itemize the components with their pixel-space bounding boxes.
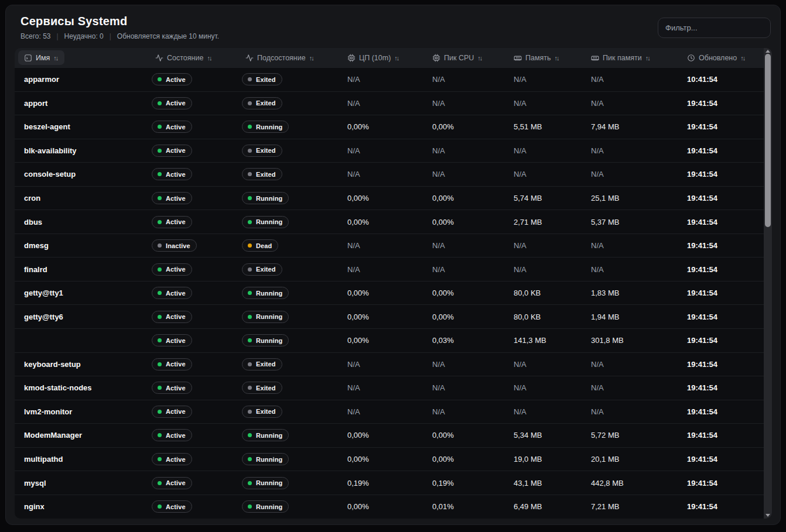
substate-badge: Exited bbox=[242, 145, 282, 157]
stats-failed: Неудачно: 0 bbox=[64, 32, 104, 40]
memory-cell: 80,0 KB bbox=[514, 289, 591, 297]
peak-cpu-cell: 0,19% bbox=[432, 479, 514, 488]
sort-icon: ↑↓ bbox=[309, 54, 315, 61]
substate-badge: Running bbox=[242, 121, 289, 133]
state-badge: Active bbox=[152, 263, 192, 276]
cpu-cell: N/A bbox=[347, 170, 432, 179]
updated-cell: 19:41:54 bbox=[687, 146, 764, 155]
state-badge: Active bbox=[152, 145, 192, 157]
status-dot bbox=[248, 220, 252, 224]
status-dot bbox=[158, 481, 162, 485]
column-header-peak-memory[interactable]: Пик памяти ↑↓ bbox=[591, 54, 687, 62]
memory-stick-icon bbox=[514, 54, 522, 62]
peak-cpu-cell: N/A bbox=[432, 407, 514, 416]
column-header-memory[interactable]: Память ↑↓ bbox=[514, 54, 591, 62]
table-row: keyboard-setup Active Exited N/A N/A N/A… bbox=[15, 352, 772, 376]
status-dot bbox=[248, 338, 252, 342]
status-dot bbox=[158, 77, 162, 81]
peak-memory-cell: N/A bbox=[591, 170, 687, 179]
memory-cell: 141,3 MB bbox=[514, 336, 591, 345]
filter-input[interactable] bbox=[658, 18, 771, 38]
service-name: mysql bbox=[15, 479, 152, 488]
peak-memory-cell: N/A bbox=[591, 360, 687, 369]
service-name: apparmor bbox=[15, 75, 152, 84]
peak-cpu-cell: 0,00% bbox=[432, 289, 514, 297]
cpu-cell: N/A bbox=[347, 146, 432, 155]
peak-memory-cell: 301,8 MB bbox=[591, 336, 687, 345]
column-header-name[interactable]: Имя ↑↓ bbox=[18, 50, 64, 65]
cpu-cell: N/A bbox=[347, 360, 432, 369]
status-dot bbox=[248, 386, 252, 390]
memory-cell: N/A bbox=[514, 383, 591, 392]
status-dot bbox=[158, 196, 162, 200]
service-name: ModemManager bbox=[15, 431, 152, 440]
peak-memory-cell: N/A bbox=[591, 265, 687, 274]
peak-memory-cell: 1,83 MB bbox=[591, 289, 687, 297]
updated-cell: 19:41:54 bbox=[687, 218, 764, 226]
column-header-state[interactable]: Состояние ↑↓ bbox=[152, 54, 242, 62]
cpu-cell: 0,19% bbox=[347, 479, 432, 488]
status-dot bbox=[248, 101, 252, 105]
substate-badge: Dead bbox=[242, 239, 278, 252]
state-badge: Active bbox=[152, 192, 192, 204]
column-header-cpu[interactable]: ЦП (10m) ↑↓ bbox=[347, 54, 432, 62]
cpu-cell: N/A bbox=[347, 241, 432, 250]
stats-divider: | bbox=[56, 32, 58, 40]
memory-cell: N/A bbox=[514, 360, 591, 369]
state-badge: Active bbox=[152, 429, 192, 441]
substate-badge: Running bbox=[242, 429, 289, 441]
table-body: apparmor Active Exited N/A N/A N/A N/A 1… bbox=[15, 67, 772, 519]
peak-memory-cell: 1,94 MB bbox=[591, 313, 687, 321]
substate-badge: Exited bbox=[242, 263, 282, 276]
sort-icon: ↑↓ bbox=[740, 54, 746, 61]
substate-badge: Exited bbox=[242, 406, 282, 418]
column-header-peak-cpu[interactable]: Пик CPU ↑↓ bbox=[432, 54, 514, 62]
status-dot bbox=[248, 362, 252, 366]
memory-cell: N/A bbox=[514, 170, 591, 179]
memory-cell: 5,74 MB bbox=[514, 194, 591, 202]
peak-cpu-cell: 0,00% bbox=[432, 218, 514, 226]
updated-cell: 19:41:54 bbox=[687, 289, 764, 297]
title-block: Сервисы Systemd Всего: 53 | Неудачно: 0 … bbox=[20, 15, 219, 40]
table-row: multipathd Active Running 0,00% 0,00% 19… bbox=[15, 447, 772, 471]
clock-icon bbox=[687, 54, 695, 62]
sort-icon: ↑↓ bbox=[477, 54, 483, 61]
peak-memory-cell: 442,8 MB bbox=[591, 479, 687, 488]
cpu-cell: 0,00% bbox=[347, 194, 432, 202]
updated-cell: 19:41:54 bbox=[687, 122, 764, 131]
column-header-substate[interactable]: Подсостояние ↑↓ bbox=[242, 54, 347, 62]
state-badge: Inactive bbox=[152, 239, 197, 252]
table-row: kmod-static-nodes Active Exited N/A N/A … bbox=[15, 376, 772, 400]
peak-cpu-cell: 0,00% bbox=[432, 313, 514, 321]
peak-memory-cell: 25,1 MB bbox=[591, 194, 687, 202]
status-dot bbox=[248, 243, 252, 248]
status-dot bbox=[158, 243, 162, 248]
status-dot bbox=[248, 433, 252, 437]
scrollbar-down-arrow[interactable] bbox=[766, 514, 770, 517]
substate-badge: Running bbox=[242, 287, 289, 299]
cpu-cell: 0,00% bbox=[347, 431, 432, 440]
table-row: nginx Active Running 0,00% 0,01% 6,49 MB… bbox=[15, 495, 772, 519]
table-row: dbus Active Running 0,00% 0,00% 2,71 MB … bbox=[15, 210, 772, 234]
status-dot bbox=[158, 101, 162, 105]
service-name: cron bbox=[15, 194, 152, 202]
peak-cpu-cell: N/A bbox=[432, 241, 514, 250]
updated-cell: 19:41:54 bbox=[687, 241, 764, 250]
peak-cpu-cell: 0,01% bbox=[432, 502, 514, 511]
peak-memory-cell: 20,1 MB bbox=[591, 455, 687, 464]
table-row: apparmor Active Exited N/A N/A N/A N/A 1… bbox=[15, 67, 772, 91]
activity-icon bbox=[245, 54, 254, 62]
state-badge: Active bbox=[152, 358, 192, 370]
column-header-updated[interactable]: Обновлено ↑↓ bbox=[687, 54, 764, 62]
peak-memory-cell: N/A bbox=[591, 407, 687, 416]
scrollbar-thumb[interactable] bbox=[765, 54, 771, 227]
peak-cpu-cell: N/A bbox=[432, 360, 514, 369]
scrollbar[interactable] bbox=[764, 48, 772, 519]
page-title: Сервисы Systemd bbox=[20, 15, 219, 28]
status-dot bbox=[158, 172, 162, 176]
memory-cell: 6,49 MB bbox=[514, 502, 591, 511]
status-dot bbox=[248, 149, 252, 153]
status-dot bbox=[158, 149, 162, 153]
peak-cpu-cell: N/A bbox=[432, 265, 514, 274]
scrollbar-up-arrow[interactable] bbox=[766, 50, 770, 53]
